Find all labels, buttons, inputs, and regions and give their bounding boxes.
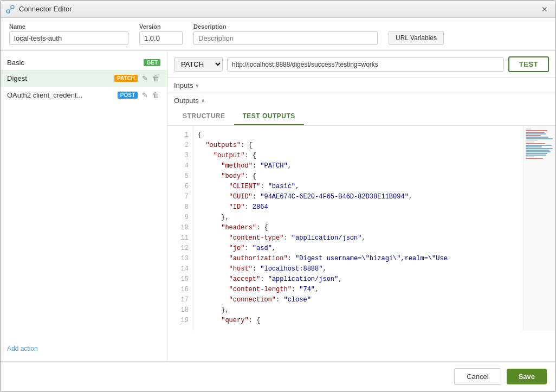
code-line-18: }, — [198, 305, 519, 316]
description-field-group: Description — [193, 23, 378, 45]
delete-icon[interactable]: 🗑 — [151, 73, 160, 83]
inputs-chevron: ∨ — [195, 82, 199, 88]
sidebar-item-digest-badge: PATCH — [114, 75, 138, 82]
code-line-17: "connection": "close" — [198, 295, 519, 305]
sidebar-item-oauth2[interactable]: OAuth2 client_credent... POST ✎ 🗑 — [1, 87, 167, 104]
code-content[interactable]: { "outputs": { "output": { "method": "PA… — [193, 126, 523, 330]
sidebar-item-digest-icons: ✎ 🗑 — [141, 73, 160, 83]
outputs-header[interactable]: Outputs ∧ — [167, 93, 555, 108]
sidebar-item-oauth2-badge: POST — [118, 92, 138, 99]
sidebar-item-oauth2-name: OAuth2 client_credent... — [7, 91, 114, 99]
name-field-group: Name — [9, 23, 128, 45]
inputs-section: Inputs ∨ — [167, 78, 555, 93]
code-line-5: "body": { — [198, 171, 519, 182]
add-action-link[interactable]: Add action — [1, 340, 167, 357]
title-bar-left: Connector Editor — [6, 5, 72, 14]
svg-point-1 — [11, 5, 14, 9]
sidebar-item-digest[interactable]: Digest PATCH ✎ 🗑 — [1, 70, 167, 87]
tab-structure[interactable]: STRUCTURE — [174, 108, 234, 125]
delete-icon-oauth2[interactable]: 🗑 — [151, 90, 160, 100]
url-variables-button[interactable]: URL Variables — [389, 31, 444, 45]
outputs-label: Outputs — [174, 97, 199, 105]
sidebar-item-oauth2-icons: ✎ 🗑 — [141, 90, 160, 100]
code-area: 12345 678910 1112131415 16171819 { "outp… — [167, 126, 555, 330]
code-line-19: "query": { — [198, 316, 519, 326]
sidebar-item-basic-name: Basic — [7, 59, 140, 67]
description-input[interactable] — [193, 31, 378, 45]
code-line-8: "ID": 2864 — [198, 202, 519, 213]
name-input[interactable] — [9, 31, 128, 45]
code-line-12: "jo": "asd", — [198, 243, 519, 254]
content-area: PATCH GET POST PUT DELETE TEST Inputs ∨ — [167, 51, 555, 361]
code-line-16: "content-length": "74", — [198, 285, 519, 295]
edit-icon-oauth2[interactable]: ✎ — [141, 90, 149, 100]
sidebar-item-digest-name: Digest — [7, 74, 111, 82]
code-line-11: "content-type": "application/json", — [198, 233, 519, 243]
tab-test-outputs[interactable]: TEST OUTPUTS — [234, 108, 304, 125]
header-row: Name Version Description URL Variables — [1, 18, 555, 51]
code-line-9: }, — [198, 213, 519, 223]
test-button[interactable]: TEST — [508, 56, 549, 72]
title-bar: Connector Editor ✕ — [1, 1, 555, 18]
code-line-2: "outputs": { — [198, 140, 519, 151]
inputs-header[interactable]: Inputs ∨ — [167, 78, 555, 93]
outputs-section: Outputs ∧ STRUCTURE TEST OUTPUTS 12345 6… — [167, 93, 555, 330]
minimap — [523, 126, 555, 330]
connector-editor-window: Connector Editor ✕ Name Version Descript… — [0, 0, 556, 392]
code-line-13: "authorization": "Digest username=\"biza… — [198, 254, 519, 264]
code-line-3: "output": { — [198, 151, 519, 161]
sidebar-item-basic[interactable]: Basic GET — [1, 55, 167, 70]
svg-point-0 — [7, 10, 10, 13]
line-numbers: 12345 678910 1112131415 16171819 — [167, 126, 193, 330]
code-line-1: { — [198, 130, 519, 140]
edit-icon[interactable]: ✎ — [141, 73, 149, 83]
tabs-bar: STRUCTURE TEST OUTPUTS — [167, 108, 555, 126]
outputs-chevron: ∧ — [201, 98, 205, 104]
window-title: Connector Editor — [19, 5, 72, 13]
sidebar-item-basic-badge: GET — [144, 59, 160, 66]
inputs-label: Inputs — [174, 81, 193, 89]
code-line-6: "CLIENT": "basic", — [198, 182, 519, 192]
code-line-14: "host": "localhost:8888", — [198, 264, 519, 274]
svg-line-2 — [10, 8, 11, 10]
version-field-group: Version — [139, 23, 183, 45]
description-label: Description — [193, 23, 378, 30]
code-line-10: "headers": { — [198, 223, 519, 233]
method-select[interactable]: PATCH GET POST PUT DELETE — [174, 57, 223, 72]
version-label: Version — [139, 23, 183, 30]
url-bar: PATCH GET POST PUT DELETE TEST — [167, 51, 555, 78]
close-button[interactable]: ✕ — [539, 4, 550, 15]
save-button[interactable]: Save — [507, 369, 547, 384]
code-line-4: "method": "PATCH", — [198, 161, 519, 171]
version-input[interactable] — [139, 31, 183, 45]
footer: Cancel Save — [1, 361, 555, 391]
cancel-button[interactable]: Cancel — [454, 368, 501, 385]
name-label: Name — [9, 23, 128, 30]
sidebar: Basic GET Digest PATCH ✎ 🗑 OAuth2 client… — [1, 51, 167, 361]
url-input[interactable] — [227, 57, 504, 72]
code-line-7: "GUID": "94AE674C-6E20-4F65-B46D-82D38E1… — [198, 192, 519, 202]
code-line-15: "accept": "application/json", — [198, 274, 519, 285]
connector-icon — [6, 5, 15, 14]
main-area: Basic GET Digest PATCH ✎ 🗑 OAuth2 client… — [1, 51, 555, 361]
